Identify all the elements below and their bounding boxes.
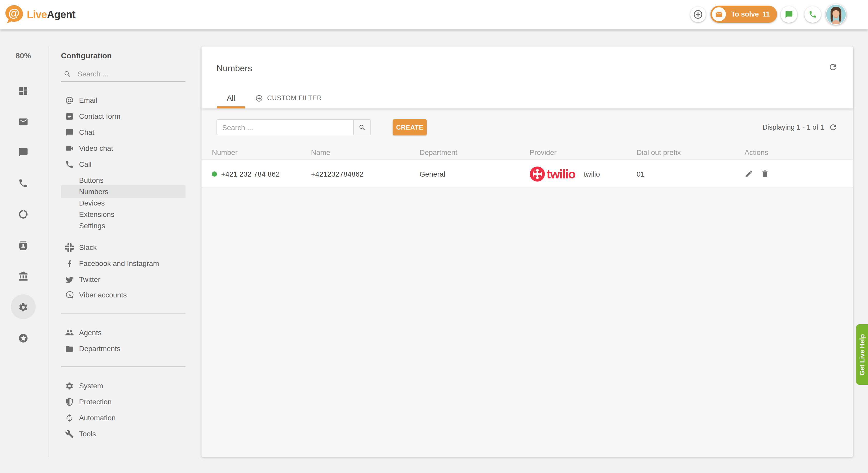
sidebar-item-extensions[interactable]: Extensions xyxy=(61,208,185,221)
sidebar-item-departments[interactable]: Departments xyxy=(61,342,185,355)
tab-all[interactable]: All xyxy=(217,88,245,108)
create-button[interactable]: CREATE xyxy=(393,119,427,135)
chat-bubble-icon xyxy=(65,128,74,137)
mail-icon xyxy=(18,117,28,127)
sidebar-item-devices[interactable]: Devices xyxy=(61,197,185,209)
at-email-icon xyxy=(65,96,74,105)
star-circle-icon xyxy=(18,333,28,343)
table-row: +421 232 784 862 +421232784862 General t… xyxy=(202,161,853,188)
trash-icon xyxy=(761,169,769,178)
phone-icon xyxy=(65,160,74,169)
column-header-provider: Provider xyxy=(530,148,637,156)
number-cell: +421 232 784 862 xyxy=(212,170,311,178)
table-search-input[interactable] xyxy=(217,120,353,135)
sidebar-item-facebook-instagram[interactable]: Facebook and Instagram xyxy=(61,257,185,270)
table-header-row: Number Name Department Provider Dial out… xyxy=(202,144,853,160)
status-dot xyxy=(212,171,217,176)
to-solve-count: 11 xyxy=(762,10,770,18)
active-tab-underline xyxy=(217,106,245,108)
avatar-photo xyxy=(826,4,846,25)
svg-text:@: @ xyxy=(8,7,20,20)
sidebar-divider xyxy=(61,313,185,314)
add-new-button[interactable] xyxy=(690,7,706,22)
sidebar-item-viber[interactable]: Viber accounts xyxy=(61,289,185,301)
panel-refresh-button[interactable] xyxy=(828,63,838,72)
sidebar-item-buttons[interactable]: Buttons xyxy=(61,174,185,187)
rail-reports-button[interactable] xyxy=(18,209,28,219)
pencil-icon xyxy=(745,169,753,178)
rail-chats-button[interactable] xyxy=(18,147,28,158)
document-icon xyxy=(65,112,74,121)
sidebar-item-agents[interactable]: Agents xyxy=(61,326,185,339)
name-cell: +421232784862 xyxy=(311,170,420,178)
sidebar-item-email[interactable]: Email xyxy=(61,94,185,106)
shield-icon xyxy=(65,397,74,406)
sidebar-item-protection[interactable]: Protection xyxy=(61,396,185,408)
rail-customers-button[interactable] xyxy=(18,241,28,251)
brand-wordmark: LiveAgent xyxy=(27,8,75,21)
department-cell: General xyxy=(420,170,530,178)
calls-button[interactable] xyxy=(804,6,821,23)
rail-gamification-button[interactable] xyxy=(18,333,28,343)
liveagent-logo: @ LiveAgent xyxy=(4,4,75,25)
sidebar-item-contact-form[interactable]: Contact form xyxy=(61,110,185,123)
rail-tickets-button[interactable] xyxy=(18,117,28,127)
sidebar-item-slack[interactable]: Slack xyxy=(61,241,185,254)
sidebar-item-automation[interactable]: Automation xyxy=(61,411,185,424)
viber-icon xyxy=(65,291,74,299)
sidebar-item-video-chat[interactable]: Video chat xyxy=(61,142,185,155)
sidebar-item-twitter[interactable]: Twitter xyxy=(61,273,185,285)
table-search-button[interactable] xyxy=(353,120,370,135)
sidebar-item-numbers[interactable]: Numbers xyxy=(61,185,185,198)
brand-live: Live xyxy=(27,8,47,20)
user-avatar[interactable] xyxy=(826,4,846,25)
rail-dashboard-button[interactable] xyxy=(18,86,28,96)
get-live-help-label: Get Live Help xyxy=(859,334,866,375)
column-header-number: Number xyxy=(212,148,311,156)
sidebar-title: Configuration xyxy=(61,51,112,60)
sidebar-search-input[interactable] xyxy=(78,70,176,78)
rail-calls-button[interactable] xyxy=(18,178,28,189)
slack-icon xyxy=(65,243,74,252)
brand-agent: Agent xyxy=(47,8,75,20)
usage-percent: 80% xyxy=(0,51,46,60)
phone-icon xyxy=(809,10,817,19)
dashboard-icon xyxy=(18,86,28,96)
number-value: +421 232 784 862 xyxy=(221,170,280,178)
column-header-name: Name xyxy=(311,148,420,156)
plus-circle-icon xyxy=(255,94,263,102)
plus-circle-icon xyxy=(693,9,703,20)
chats-button[interactable] xyxy=(781,6,797,23)
column-header-dial-out-prefix: Dial out prefix xyxy=(637,148,745,156)
twilio-logo: twilio xyxy=(530,166,578,181)
wrench-icon xyxy=(65,429,74,438)
facebook-icon xyxy=(65,259,74,268)
page-title: Numbers xyxy=(216,64,252,74)
panel-header: Numbers All CUSTOM FILTER xyxy=(202,46,853,108)
get-live-help-tab[interactable]: Get Live Help xyxy=(856,324,868,385)
chat-bubble-icon xyxy=(18,147,28,158)
search-icon xyxy=(359,124,366,131)
edit-button[interactable] xyxy=(745,169,753,178)
rail-billing-button[interactable] xyxy=(18,271,28,281)
refresh-icon xyxy=(828,63,838,72)
sidebar-item-chat[interactable]: Chat xyxy=(61,126,185,138)
envelope-icon xyxy=(715,10,723,18)
sidebar-divider xyxy=(61,366,185,367)
gear-icon xyxy=(18,302,28,312)
tab-custom-filter[interactable]: CUSTOM FILTER xyxy=(255,88,322,108)
sidebar-item-tools[interactable]: Tools xyxy=(61,428,185,440)
rail-configuration-button[interactable] xyxy=(18,302,28,312)
sidebar-item-call[interactable]: Call xyxy=(61,158,185,170)
sidebar-item-settings[interactable]: Settings xyxy=(61,219,185,232)
to-solve-label: To solve xyxy=(731,10,759,18)
search-icon xyxy=(64,70,71,78)
sidebar-item-system[interactable]: System xyxy=(61,379,185,392)
list-refresh-button[interactable] xyxy=(829,123,838,132)
to-solve-button[interactable]: To solve 11 xyxy=(710,6,777,23)
people-icon xyxy=(65,328,74,337)
refresh-icon xyxy=(829,123,838,132)
delete-button[interactable] xyxy=(761,169,769,178)
bank-icon xyxy=(18,271,28,281)
app-viewport: @ LiveAgent To solve 11 xyxy=(0,0,868,473)
